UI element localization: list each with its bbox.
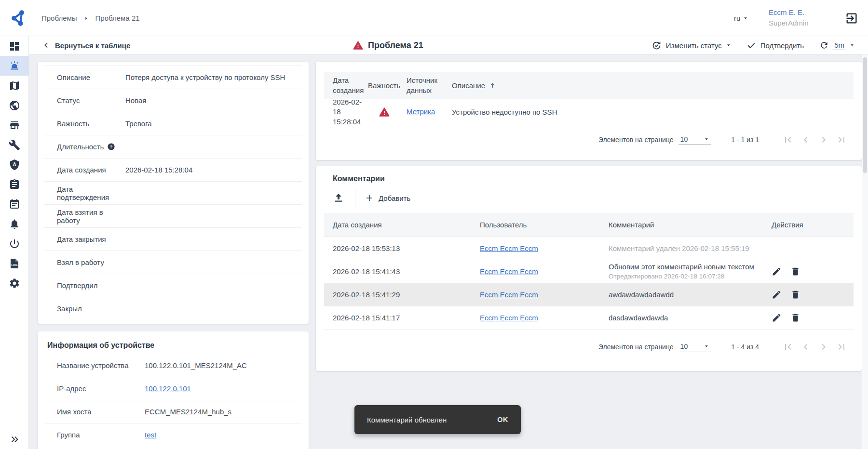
- delete-icon[interactable]: [790, 290, 800, 300]
- breadcrumb-problems[interactable]: Проблемы: [41, 14, 77, 22]
- event-source-link[interactable]: Метрика: [407, 107, 435, 116]
- last-page-icon[interactable]: [836, 341, 847, 353]
- edit-icon[interactable]: [772, 266, 782, 277]
- paginator-range: 1 - 1 из 1: [731, 136, 759, 144]
- scrollbar-track: [862, 54, 868, 449]
- sidebar-expand-button[interactable]: [0, 429, 29, 449]
- user-name-link[interactable]: Eccm E. E.: [769, 7, 809, 18]
- sidebar-item-inventory[interactable]: [0, 115, 29, 135]
- user-block: Eccm E. E. SuperAdmin: [769, 7, 809, 28]
- paginator-label: Элементов на странице: [598, 136, 674, 144]
- toast-message: Комментарий обновлен: [367, 416, 497, 424]
- sidebar-item-map[interactable]: [0, 76, 29, 95]
- comment-user-link[interactable]: Eccm Eccm Eccm: [480, 267, 538, 276]
- sidebar-item-settings[interactable]: [0, 273, 29, 293]
- last-page-icon[interactable]: [836, 134, 847, 145]
- first-page-icon[interactable]: [782, 341, 794, 353]
- chevron-down-icon: [726, 43, 731, 48]
- chevron-left-icon: [42, 41, 50, 49]
- sidebar-item-power[interactable]: [0, 234, 29, 253]
- globe-icon: [9, 100, 20, 111]
- comment-text: Обновим этот комментарий новым текстом: [609, 262, 762, 272]
- comment-user-link[interactable]: Eccm Eccm Eccm: [480, 291, 538, 299]
- upload-icon[interactable]: [333, 192, 344, 204]
- comment-user-link[interactable]: Eccm Eccm Eccm: [480, 314, 538, 322]
- detail-row: СтатусНовая: [44, 89, 302, 112]
- bell-icon: [9, 218, 20, 230]
- detail-row: Взял в работу: [44, 251, 302, 274]
- device-row: Название устройства100.122.0.101_MES2124…: [44, 354, 302, 377]
- edit-icon[interactable]: [772, 290, 782, 300]
- detail-row: Дата закрытия: [44, 227, 302, 251]
- event-severity: [365, 107, 404, 118]
- prev-page-icon[interactable]: [800, 134, 812, 145]
- ip-address-link[interactable]: 100.122.0.101: [145, 384, 191, 393]
- sidebar-item-logs[interactable]: LOG: [0, 253, 29, 273]
- language-select[interactable]: ru: [734, 0, 748, 36]
- comments-card: Комментарии Добавить Дата создания Польз…: [316, 166, 862, 371]
- chevron-down-icon: [704, 137, 709, 142]
- comments-toolbar: Добавить: [333, 187, 862, 209]
- sort-arrow-up-icon: [489, 82, 496, 89]
- sidebar-nav: A LOG: [0, 36, 29, 449]
- next-page-icon[interactable]: [818, 341, 829, 353]
- sidebar-item-dashboard[interactable]: [0, 36, 29, 56]
- col-header-date: Дата создания: [324, 76, 365, 95]
- toast-ok-button[interactable]: OK: [497, 416, 508, 423]
- first-page-icon[interactable]: [782, 134, 794, 145]
- sidebar-item-tools[interactable]: [0, 135, 29, 155]
- prev-page-icon[interactable]: [800, 341, 812, 353]
- next-page-icon[interactable]: [818, 134, 829, 145]
- device-info-card: Информация об устройстве Название устрой…: [38, 331, 309, 449]
- svg-text:LOG: LOG: [12, 264, 18, 266]
- sidebar-item-network[interactable]: [0, 95, 29, 115]
- detail-row: ВажностьТревога: [44, 112, 302, 135]
- chevron-down-icon: [704, 344, 709, 349]
- sidebar-item-calendar[interactable]: [0, 194, 29, 214]
- comment-row-highlighted: 2026-02-18 15:41:29 Eccm Eccm Eccm awdaw…: [324, 283, 854, 306]
- edit-icon[interactable]: [772, 313, 782, 323]
- sidebar-item-notifications[interactable]: [0, 214, 29, 234]
- logout-icon[interactable]: [845, 12, 858, 25]
- refresh-interval-control[interactable]: 5m: [819, 40, 854, 50]
- comment-user-link[interactable]: Eccm Eccm Eccm: [480, 244, 538, 252]
- page-size-select[interactable]: 10: [678, 134, 711, 145]
- events-table-header: Дата создания Важность Источник данных О…: [324, 72, 854, 99]
- warning-triangle-icon: [353, 40, 363, 51]
- sidebar-item-automation[interactable]: A: [0, 155, 29, 174]
- snackbar-toast: Комментарий обновлен OK: [354, 405, 521, 434]
- add-comment-button[interactable]: Добавить: [365, 194, 410, 202]
- check-icon: [746, 40, 756, 50]
- app-logo-icon: [10, 8, 29, 27]
- shield-a-icon: A: [9, 159, 20, 171]
- back-to-table-button[interactable]: Вернуться к таблице: [42, 36, 130, 54]
- group-link[interactable]: test: [145, 431, 156, 439]
- delete-icon[interactable]: [790, 266, 800, 277]
- comment-edited-note: Отредактировано 2026-02-18 16:07:28: [609, 272, 762, 281]
- confirm-button[interactable]: Подтвердить: [746, 40, 804, 50]
- warning-triangle-icon: [379, 107, 390, 118]
- detail-row: Длительность ?: [44, 135, 302, 158]
- chevron-down-icon: [743, 16, 748, 21]
- gear-icon: [9, 277, 20, 289]
- events-paginator: Элементов на странице 10 1 - 1 из 1: [324, 125, 854, 154]
- col-header-description-sort[interactable]: Описание: [449, 81, 854, 90]
- page-size-select[interactable]: 10: [678, 342, 711, 352]
- alarm-light-icon: [9, 60, 20, 72]
- refresh-icon: [819, 40, 829, 50]
- scrollbar-thumb[interactable]: [863, 57, 867, 173]
- sync-status-icon: [651, 40, 662, 51]
- device-row: Имя хостаECCM_MES2124M_hub_s: [44, 400, 302, 423]
- detail-row: Дата подтверждения: [44, 181, 302, 204]
- sidebar-item-problems[interactable]: [0, 56, 29, 76]
- comment-row: 2026-02-18 15:41:43 Eccm Eccm Eccm Обнов…: [324, 260, 854, 283]
- breadcrumb-chevron-icon: [84, 16, 89, 21]
- breadcrumb: Проблемы Проблема 21: [41, 0, 140, 36]
- col-header-comment: Комментарий: [605, 220, 762, 230]
- change-status-button[interactable]: Изменить статус: [651, 40, 731, 51]
- help-icon[interactable]: ?: [107, 143, 115, 151]
- col-header-actions: Действия: [762, 221, 854, 229]
- deleted-comment-text: Комментарий удален 2026-02-18 15:55:19: [609, 244, 749, 252]
- delete-icon[interactable]: [790, 313, 800, 323]
- sidebar-item-tasks[interactable]: [0, 174, 29, 194]
